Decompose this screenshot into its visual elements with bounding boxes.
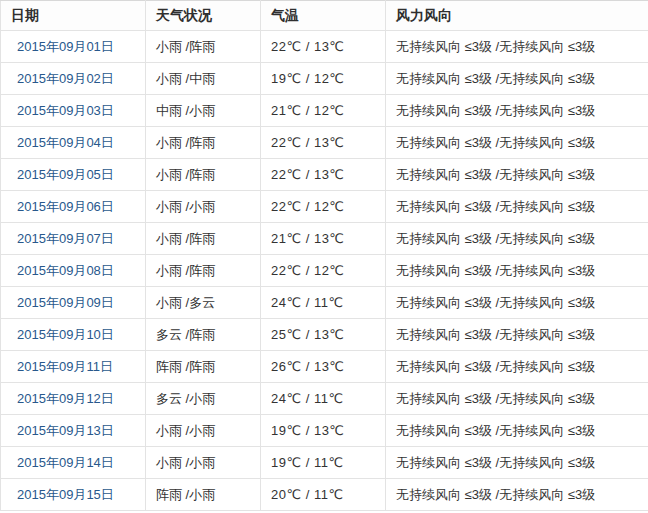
temp-cell: 20℃ / 11℃ [261, 479, 386, 511]
wind-cell: 无持续风向 ≤3级 /无持续风向 ≤3级 [386, 255, 648, 287]
temp-cell: 22℃ / 12℃ [261, 191, 386, 223]
date-link[interactable]: 2015年09月09日 [17, 295, 114, 310]
date-cell: 2015年09月12日 [1, 383, 146, 415]
date-cell: 2015年09月10日 [1, 319, 146, 351]
table-row: 2015年09月02日 小雨 /中雨 19℃ / 12℃ 无持续风向 ≤3级 /… [1, 63, 648, 95]
table-row: 2015年09月08日 小雨 /阵雨 22℃ / 12℃ 无持续风向 ≤3级 /… [1, 255, 648, 287]
weather-cell: 阵雨 /阵雨 [146, 351, 261, 383]
date-cell: 2015年09月14日 [1, 447, 146, 479]
table-row: 2015年09月10日 多云 /阵雨 25℃ / 13℃ 无持续风向 ≤3级 /… [1, 319, 648, 351]
date-link[interactable]: 2015年09月05日 [17, 167, 114, 182]
date-cell: 2015年09月07日 [1, 223, 146, 255]
temp-cell: 24℃ / 11℃ [261, 383, 386, 415]
table-row: 2015年09月09日 小雨 /多云 24℃ / 11℃ 无持续风向 ≤3级 /… [1, 287, 648, 319]
date-link[interactable]: 2015年09月02日 [17, 71, 114, 86]
weather-cell: 小雨 /阵雨 [146, 31, 261, 63]
date-link[interactable]: 2015年09月07日 [17, 231, 114, 246]
table-row: 2015年09月05日 小雨 /阵雨 22℃ / 13℃ 无持续风向 ≤3级 /… [1, 159, 648, 191]
wind-cell: 无持续风向 ≤3级 /无持续风向 ≤3级 [386, 159, 648, 191]
table-row: 2015年09月06日 小雨 /小雨 22℃ / 12℃ 无持续风向 ≤3级 /… [1, 191, 648, 223]
temp-cell: 22℃ / 13℃ [261, 31, 386, 63]
date-link[interactable]: 2015年09月06日 [17, 199, 114, 214]
date-cell: 2015年09月03日 [1, 95, 146, 127]
weather-cell: 小雨 /小雨 [146, 191, 261, 223]
date-cell: 2015年09月02日 [1, 63, 146, 95]
col-header-wind: 风力风向 [386, 1, 648, 31]
table-body: 2015年09月01日 小雨 /阵雨 22℃ / 13℃ 无持续风向 ≤3级 /… [1, 31, 648, 511]
weather-cell: 小雨 /阵雨 [146, 223, 261, 255]
date-link[interactable]: 2015年09月15日 [17, 487, 114, 502]
table-row: 2015年09月01日 小雨 /阵雨 22℃ / 13℃ 无持续风向 ≤3级 /… [1, 31, 648, 63]
temp-cell: 22℃ / 13℃ [261, 159, 386, 191]
table-row: 2015年09月13日 小雨 /小雨 19℃ / 13℃ 无持续风向 ≤3级 /… [1, 415, 648, 447]
wind-cell: 无持续风向 ≤3级 /无持续风向 ≤3级 [386, 223, 648, 255]
date-cell: 2015年09月09日 [1, 287, 146, 319]
wind-cell: 无持续风向 ≤3级 /无持续风向 ≤3级 [386, 351, 648, 383]
date-cell: 2015年09月15日 [1, 479, 146, 511]
date-cell: 2015年09月11日 [1, 351, 146, 383]
date-link[interactable]: 2015年09月08日 [17, 263, 114, 278]
table-header: 日期 天气状况 气温 风力风向 [1, 1, 648, 31]
temp-cell: 25℃ / 13℃ [261, 319, 386, 351]
date-link[interactable]: 2015年09月10日 [17, 327, 114, 342]
col-header-temp: 气温 [261, 1, 386, 31]
wind-cell: 无持续风向 ≤3级 /无持续风向 ≤3级 [386, 383, 648, 415]
temp-cell: 24℃ / 11℃ [261, 287, 386, 319]
wind-cell: 无持续风向 ≤3级 /无持续风向 ≤3级 [386, 31, 648, 63]
wind-cell: 无持续风向 ≤3级 /无持续风向 ≤3级 [386, 415, 648, 447]
header-row: 日期 天气状况 气温 风力风向 [1, 1, 648, 31]
wind-cell: 无持续风向 ≤3级 /无持续风向 ≤3级 [386, 479, 648, 511]
date-link[interactable]: 2015年09月13日 [17, 423, 114, 438]
date-cell: 2015年09月13日 [1, 415, 146, 447]
temp-cell: 22℃ / 12℃ [261, 255, 386, 287]
wind-cell: 无持续风向 ≤3级 /无持续风向 ≤3级 [386, 287, 648, 319]
date-cell: 2015年09月05日 [1, 159, 146, 191]
weather-history-table: 日期 天气状况 气温 风力风向 2015年09月01日 小雨 /阵雨 22℃ /… [0, 0, 648, 511]
temp-cell: 21℃ / 13℃ [261, 223, 386, 255]
weather-cell: 小雨 /小雨 [146, 447, 261, 479]
weather-cell: 小雨 /阵雨 [146, 255, 261, 287]
date-link[interactable]: 2015年09月01日 [17, 39, 114, 54]
weather-cell: 多云 /小雨 [146, 383, 261, 415]
wind-cell: 无持续风向 ≤3级 /无持续风向 ≤3级 [386, 95, 648, 127]
weather-cell: 多云 /阵雨 [146, 319, 261, 351]
table-row: 2015年09月04日 小雨 /阵雨 22℃ / 13℃ 无持续风向 ≤3级 /… [1, 127, 648, 159]
weather-cell: 阵雨 /小雨 [146, 479, 261, 511]
weather-cell: 小雨 /阵雨 [146, 159, 261, 191]
date-link[interactable]: 2015年09月03日 [17, 103, 114, 118]
date-cell: 2015年09月06日 [1, 191, 146, 223]
table-row: 2015年09月07日 小雨 /阵雨 21℃ / 13℃ 无持续风向 ≤3级 /… [1, 223, 648, 255]
table-row: 2015年09月03日 中雨 /小雨 21℃ / 12℃ 无持续风向 ≤3级 /… [1, 95, 648, 127]
table-row: 2015年09月11日 阵雨 /阵雨 26℃ / 13℃ 无持续风向 ≤3级 /… [1, 351, 648, 383]
date-cell: 2015年09月01日 [1, 31, 146, 63]
temp-cell: 19℃ / 13℃ [261, 415, 386, 447]
table-row: 2015年09月15日 阵雨 /小雨 20℃ / 11℃ 无持续风向 ≤3级 /… [1, 479, 648, 511]
weather-cell: 小雨 /小雨 [146, 415, 261, 447]
wind-cell: 无持续风向 ≤3级 /无持续风向 ≤3级 [386, 191, 648, 223]
temp-cell: 19℃ / 11℃ [261, 447, 386, 479]
weather-cell: 小雨 /中雨 [146, 63, 261, 95]
temp-cell: 26℃ / 13℃ [261, 351, 386, 383]
table-row: 2015年09月14日 小雨 /小雨 19℃ / 11℃ 无持续风向 ≤3级 /… [1, 447, 648, 479]
date-link[interactable]: 2015年09月12日 [17, 391, 114, 406]
col-header-date: 日期 [1, 1, 146, 31]
date-link[interactable]: 2015年09月04日 [17, 135, 114, 150]
wind-cell: 无持续风向 ≤3级 /无持续风向 ≤3级 [386, 447, 648, 479]
date-cell: 2015年09月04日 [1, 127, 146, 159]
wind-cell: 无持续风向 ≤3级 /无持续风向 ≤3级 [386, 63, 648, 95]
date-link[interactable]: 2015年09月14日 [17, 455, 114, 470]
table-row: 2015年09月12日 多云 /小雨 24℃ / 11℃ 无持续风向 ≤3级 /… [1, 383, 648, 415]
temp-cell: 21℃ / 12℃ [261, 95, 386, 127]
col-header-weather: 天气状况 [146, 1, 261, 31]
temp-cell: 22℃ / 13℃ [261, 127, 386, 159]
weather-cell: 中雨 /小雨 [146, 95, 261, 127]
wind-cell: 无持续风向 ≤3级 /无持续风向 ≤3级 [386, 319, 648, 351]
weather-cell: 小雨 /多云 [146, 287, 261, 319]
temp-cell: 19℃ / 12℃ [261, 63, 386, 95]
date-link[interactable]: 2015年09月11日 [17, 359, 113, 374]
wind-cell: 无持续风向 ≤3级 /无持续风向 ≤3级 [386, 127, 648, 159]
weather-cell: 小雨 /阵雨 [146, 127, 261, 159]
date-cell: 2015年09月08日 [1, 255, 146, 287]
